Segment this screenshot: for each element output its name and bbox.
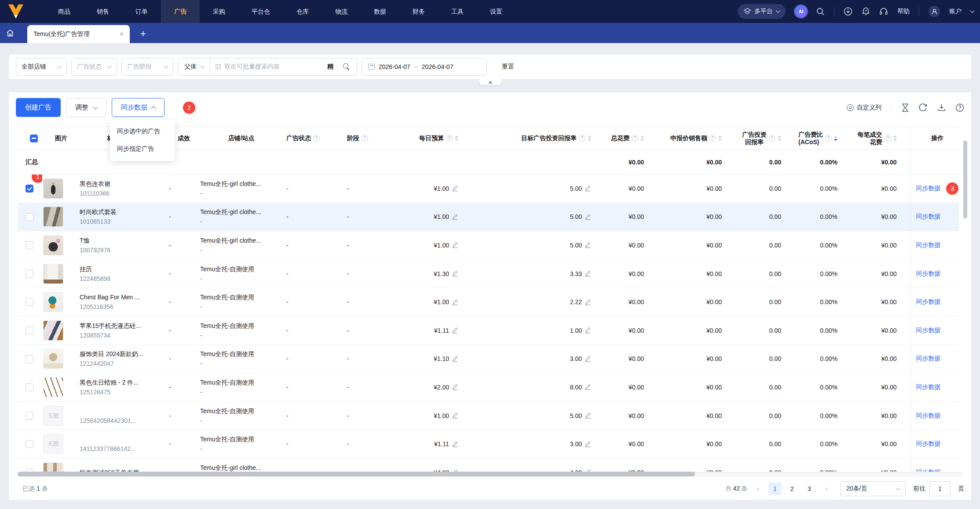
sync-data-link[interactable]: 同步数据 (916, 327, 941, 334)
sync-data-link[interactable]: 同步数据 (916, 469, 941, 472)
sync-data-link[interactable]: 同步数据 (916, 298, 941, 305)
page-button-3[interactable]: 3 (803, 482, 816, 495)
sort-icon[interactable] (718, 135, 722, 141)
collapse-filters-button[interactable] (479, 79, 501, 85)
edit-target-roas-icon[interactable] (585, 214, 591, 220)
edit-budget-icon[interactable] (452, 185, 458, 192)
edit-budget-icon[interactable] (452, 214, 458, 220)
page-button-1[interactable]: 1 (768, 482, 782, 495)
product-title[interactable]: 黑色连衣裙 (80, 179, 167, 189)
sort-icon[interactable] (893, 135, 897, 141)
nav-item-logistics[interactable]: 物流 (322, 0, 361, 23)
help-icon[interactable]: ? (362, 135, 368, 142)
edit-target-roas-icon[interactable] (585, 299, 591, 305)
menu-item-sync-specified[interactable]: 同步指定广告 (110, 140, 175, 158)
edit-target-roas-icon[interactable] (585, 270, 591, 277)
edit-target-roas-icon[interactable] (585, 441, 591, 447)
support-headset-icon[interactable] (879, 7, 888, 16)
product-image[interactable] (43, 377, 63, 397)
download-center-icon[interactable] (844, 7, 852, 16)
edit-target-roas-icon[interactable] (585, 356, 591, 362)
notifications-bell-icon[interactable] (862, 7, 870, 16)
ad-stage-select[interactable]: 广告阶段 (121, 58, 173, 76)
product-title[interactable] (80, 406, 167, 416)
product-image[interactable] (43, 292, 63, 312)
product-image[interactable]: 无图 (43, 406, 63, 426)
export-download-icon[interactable] (937, 103, 946, 112)
help-link[interactable]: 帮助 (897, 7, 910, 15)
product-image[interactable] (43, 264, 63, 284)
product-title[interactable]: 服饰类目 2024新款奶... (80, 349, 167, 359)
edit-budget-icon[interactable] (452, 270, 458, 277)
page-size-select[interactable]: 20条/页 (841, 481, 906, 496)
row-checkbox[interactable] (26, 355, 33, 363)
nav-item-settings[interactable]: 设置 (477, 0, 516, 23)
edit-budget-icon[interactable] (452, 441, 458, 447)
edit-target-roas-icon[interactable] (585, 242, 591, 248)
shop-select[interactable]: 全部店铺 (16, 58, 67, 76)
date-to[interactable]: 2026-04-07 (422, 63, 453, 70)
search-icon[interactable] (816, 7, 825, 16)
row-checkbox[interactable] (26, 213, 33, 221)
product-title[interactable]: 惊卷测试350子单专用... (80, 468, 167, 472)
nav-item-products[interactable]: 商品 (45, 0, 84, 23)
product-title[interactable]: 苹果15手机壳液态硅... (80, 321, 167, 331)
date-from[interactable]: 2026-04-07 (379, 63, 410, 70)
horizontal-scrollbar-track[interactable] (18, 472, 962, 476)
row-checkbox[interactable] (26, 412, 33, 420)
help-icon[interactable]: ? (709, 135, 716, 142)
product-title[interactable]: 挂历 (80, 264, 167, 274)
table-row[interactable]: 服饰类目 2024新款奶... 1212442047 - Temu全托-自测使用… (18, 345, 959, 373)
date-range-picker[interactable]: 2026-04-07 ~ 2026-04-07 (362, 58, 487, 76)
sort-icon[interactable] (588, 135, 591, 141)
help-icon[interactable]: ? (769, 135, 775, 142)
nav-item-tools[interactable]: 工具 (438, 0, 477, 23)
help-icon[interactable]: ? (313, 135, 320, 142)
table-row[interactable]: Chest Bag For Men ... 1205118356 - Temu全… (18, 288, 959, 316)
product-title[interactable]: 时尚欧式套装 (80, 207, 167, 217)
search-submit-icon[interactable] (343, 63, 351, 71)
product-image[interactable]: 无图 (43, 434, 63, 454)
sync-data-link[interactable]: 同步数据 (916, 185, 941, 192)
search-input[interactable]: 双击可批量搜索内容 (224, 63, 325, 71)
product-title[interactable]: T恤 (80, 236, 167, 245)
exact-match-toggle[interactable]: 精 (327, 63, 333, 71)
task-history-icon[interactable] (901, 103, 909, 112)
product-image[interactable] (43, 178, 63, 199)
customize-columns-button[interactable]: 自定义列 (847, 104, 881, 112)
table-row[interactable]: 时尚欧式套装 101085133 - Temu全托-girl clothe...… (18, 203, 959, 231)
table-row[interactable]: 苹果15手机壳液态硅... 120855734 - Temu全托-自测使用 - … (18, 316, 959, 345)
ad-status-select[interactable]: 广告状态 (71, 58, 117, 76)
sync-data-link[interactable]: 同步数据 (916, 440, 941, 447)
refresh-icon[interactable] (919, 103, 928, 112)
sort-icon-descending[interactable] (834, 135, 837, 141)
vertical-scrollbar[interactable] (963, 141, 967, 218)
tab-close-icon[interactable]: × (120, 31, 124, 38)
nav-item-purchase[interactable]: 采购 (200, 0, 238, 23)
table-row[interactable]: T恤 100792876 - Temu全托-girl clothe... - -… (18, 231, 959, 260)
sync-data-link[interactable]: 同步数据 (916, 213, 941, 220)
adjust-button[interactable]: 调整 (66, 98, 106, 117)
horizontal-scrollbar-thumb[interactable] (18, 472, 695, 476)
edit-budget-icon[interactable] (452, 327, 458, 334)
edit-budget-icon[interactable] (452, 412, 458, 419)
edit-target-roas-icon[interactable] (585, 412, 591, 419)
home-button[interactable] (0, 23, 20, 43)
edit-budget-icon[interactable] (452, 384, 458, 390)
table-row[interactable]: 黑色生日蜡烛 - 2 件... 125128475 - Temu全托-自测使用 … (18, 373, 959, 402)
help-icon[interactable]: ? (579, 135, 585, 142)
row-checkbox[interactable] (26, 469, 33, 472)
reset-filters-button[interactable]: 重置 (502, 63, 514, 71)
edit-target-roas-icon[interactable] (585, 327, 591, 334)
sync-data-link[interactable]: 同步数据 (916, 270, 941, 277)
edit-budget-icon[interactable] (452, 356, 458, 362)
nav-item-sales[interactable]: 销售 (84, 0, 122, 23)
row-checkbox[interactable] (26, 270, 33, 278)
batch-search-icon[interactable] (216, 64, 221, 69)
row-checkbox[interactable] (26, 185, 33, 193)
nav-item-ads[interactable]: 广告 (161, 0, 200, 23)
sync-data-button[interactable]: 同步数据 (112, 98, 165, 117)
table-row[interactable]: 惊卷测试350子单专用... - Temu全托-girl clothe... -… (18, 458, 959, 472)
row-checkbox[interactable] (26, 241, 33, 249)
edit-budget-icon[interactable] (452, 242, 458, 248)
